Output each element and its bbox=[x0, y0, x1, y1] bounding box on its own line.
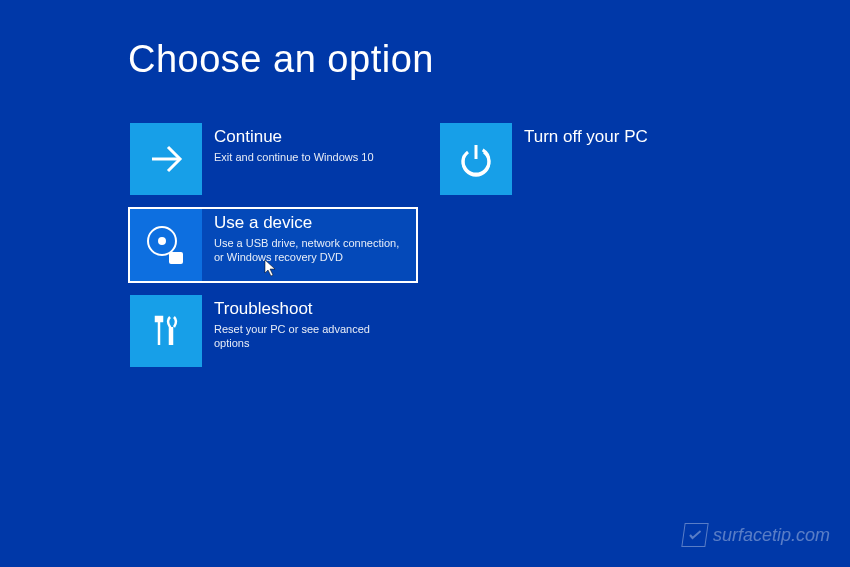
option-use-device-title: Use a device bbox=[214, 213, 406, 233]
svg-rect-6 bbox=[156, 317, 162, 321]
option-use-device-description: Use a USB drive, network connection, or … bbox=[214, 236, 406, 265]
watermark: surfacetip.com bbox=[683, 523, 830, 547]
option-turn-off-title: Turn off your PC bbox=[524, 127, 716, 147]
power-icon bbox=[440, 123, 512, 195]
option-turn-off[interactable]: Turn off your PC bbox=[438, 121, 728, 197]
option-continue-description: Exit and continue to Windows 10 bbox=[214, 150, 406, 164]
option-troubleshoot-description: Reset your PC or see advanced options bbox=[214, 322, 406, 351]
options-grid: Continue Exit and continue to Windows 10… bbox=[128, 121, 850, 369]
option-continue-title: Continue bbox=[214, 127, 406, 147]
tools-icon bbox=[130, 295, 202, 367]
arrow-right-icon bbox=[130, 123, 202, 195]
option-troubleshoot[interactable]: Troubleshoot Reset your PC or see advanc… bbox=[128, 293, 418, 369]
watermark-text: surfacetip.com bbox=[713, 525, 830, 546]
svg-rect-3 bbox=[170, 253, 182, 263]
option-continue[interactable]: Continue Exit and continue to Windows 10 bbox=[128, 121, 418, 197]
check-icon bbox=[681, 523, 708, 547]
page-title: Choose an option bbox=[128, 38, 850, 81]
disc-device-icon bbox=[130, 209, 202, 281]
option-troubleshoot-title: Troubleshoot bbox=[214, 299, 406, 319]
svg-point-2 bbox=[159, 238, 165, 244]
option-use-device[interactable]: Use a device Use a USB drive, network co… bbox=[128, 207, 418, 283]
